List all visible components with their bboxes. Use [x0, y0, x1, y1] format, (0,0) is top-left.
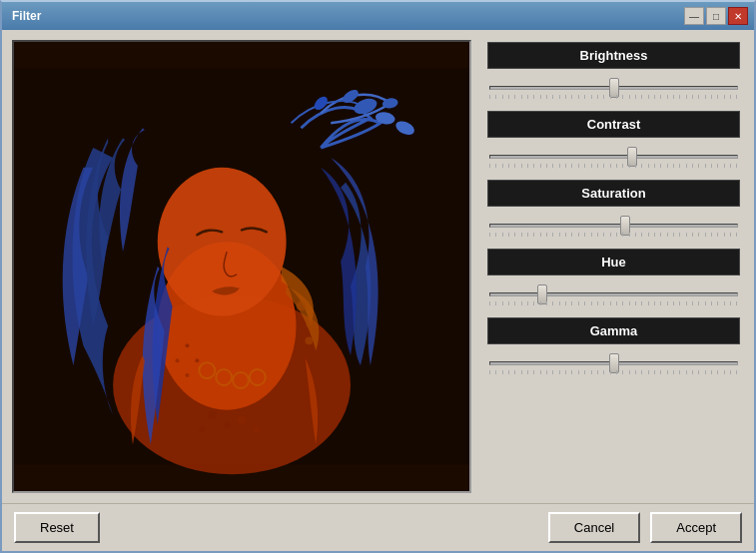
- artwork-canvas: [14, 42, 469, 491]
- image-preview: [12, 40, 471, 493]
- reset-button[interactable]: Reset: [14, 512, 100, 543]
- svg-rect-26: [14, 69, 469, 465]
- hue-slider[interactable]: [489, 292, 738, 296]
- window-controls: — □ ✕: [684, 7, 748, 25]
- gamma-ticks: [489, 370, 738, 376]
- controls-panel: BrightnessContrastSaturationHueGamma: [483, 40, 744, 493]
- cancel-button[interactable]: Cancel: [548, 512, 640, 543]
- brightness-slider[interactable]: [489, 86, 738, 90]
- close-button[interactable]: ✕: [728, 7, 748, 25]
- title-bar: Filter — □ ✕: [2, 2, 754, 30]
- hue-label: Hue: [487, 249, 740, 276]
- artwork-svg: [14, 42, 469, 491]
- saturation-ticks: [489, 233, 738, 239]
- accept-button[interactable]: Accept: [650, 512, 742, 543]
- contrast-label: Contrast: [487, 111, 740, 138]
- brightness-label: Brightness: [487, 42, 740, 69]
- contrast-ticks: [489, 164, 738, 170]
- window-title: Filter: [8, 9, 41, 23]
- contrast-slider[interactable]: [489, 155, 738, 159]
- maximize-button[interactable]: □: [706, 7, 726, 25]
- bottom-bar: Reset Cancel Accept: [2, 503, 754, 551]
- brightness-ticks: [489, 95, 738, 101]
- slider-group-brightness: Brightness: [487, 42, 740, 105]
- minimize-button[interactable]: —: [684, 7, 704, 25]
- hue-ticks: [489, 301, 738, 307]
- window-content: BrightnessContrastSaturationHueGamma: [2, 30, 754, 503]
- slider-group-contrast: Contrast: [487, 111, 740, 174]
- slider-group-gamma: Gamma: [487, 317, 740, 380]
- contrast-track-container: [487, 141, 740, 174]
- hue-track-container: [487, 278, 740, 311]
- slider-group-hue: Hue: [487, 249, 740, 311]
- slider-group-saturation: Saturation: [487, 180, 740, 243]
- gamma-slider[interactable]: [489, 361, 738, 365]
- saturation-slider[interactable]: [489, 224, 738, 228]
- gamma-track-container: [487, 347, 740, 380]
- saturation-track-container: [487, 210, 740, 243]
- saturation-label: Saturation: [487, 180, 740, 207]
- brightness-track-container: [487, 72, 740, 105]
- gamma-label: Gamma: [487, 317, 740, 344]
- filter-window: Filter — □ ✕: [0, 0, 756, 553]
